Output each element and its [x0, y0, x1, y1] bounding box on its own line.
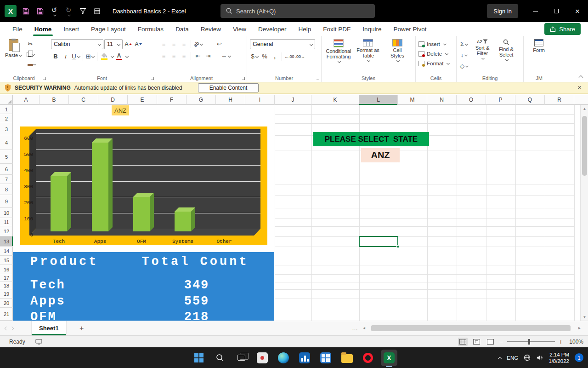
- clock[interactable]: 2:14 PM 1/8/2022: [548, 351, 569, 364]
- column-header-E[interactable]: E: [128, 95, 157, 105]
- decrease-decimal-button[interactable]: .00→: [295, 52, 305, 61]
- column-header-B[interactable]: B: [40, 95, 69, 105]
- zoom-slider[interactable]: [507, 341, 555, 342]
- row-header-9[interactable]: 9: [0, 195, 13, 208]
- scroll-up-icon[interactable]: ▲: [581, 105, 588, 112]
- active-cell-selection[interactable]: [359, 236, 398, 247]
- row-header-2[interactable]: 2: [0, 114, 13, 123]
- excel-taskbar-button[interactable]: [381, 350, 397, 366]
- taskbar-search-button[interactable]: [212, 350, 228, 366]
- column-header-O[interactable]: O: [457, 95, 486, 105]
- enable-content-button[interactable]: Enable Content: [198, 83, 259, 92]
- column-header-F[interactable]: F: [157, 95, 187, 105]
- grow-font-button[interactable]: A: [124, 40, 133, 49]
- column-header-H[interactable]: H: [216, 95, 245, 105]
- save-button[interactable]: [21, 6, 31, 16]
- column-header-R[interactable]: R: [545, 95, 574, 105]
- italic-button[interactable]: I: [61, 52, 70, 61]
- row-header-13[interactable]: 13: [0, 236, 13, 247]
- column-header-N[interactable]: N: [427, 95, 457, 105]
- row-header-1[interactable]: 1: [0, 105, 13, 114]
- tab-file[interactable]: File: [6, 22, 28, 36]
- row-header-19[interactable]: 19: [0, 289, 13, 299]
- number-format-select[interactable]: General: [250, 39, 315, 49]
- scroll-left-icon[interactable]: ◂: [363, 325, 365, 330]
- tab-developer[interactable]: Developer: [252, 22, 293, 36]
- column-header-J[interactable]: J: [275, 95, 311, 105]
- decrease-indent-button[interactable]: ⇤: [193, 51, 203, 61]
- font-size-select[interactable]: 11: [104, 39, 123, 49]
- redo-button[interactable]: ↻: [63, 6, 74, 16]
- collapse-ribbon-icon[interactable]: [579, 75, 583, 80]
- align-bottom-button[interactable]: ≡: [179, 39, 188, 49]
- zoom-out-button[interactable]: −: [499, 338, 503, 345]
- font-dialog-launcher[interactable]: [151, 77, 154, 80]
- column-header-M[interactable]: M: [398, 95, 427, 105]
- opera-button[interactable]: [360, 350, 376, 366]
- column-header-L[interactable]: L: [359, 95, 398, 105]
- tab-view[interactable]: View: [227, 22, 252, 36]
- tab-data[interactable]: Data: [170, 22, 195, 36]
- font-name-select[interactable]: Calibri: [51, 39, 103, 49]
- increase-decimal-button[interactable]: ←.00: [284, 52, 294, 61]
- share-button[interactable]: Share: [544, 23, 581, 35]
- horizontal-scrollbar[interactable]: ◂ ▸: [363, 324, 584, 333]
- search-box[interactable]: Search (Alt+Q): [220, 4, 375, 18]
- filter-button[interactable]: [78, 6, 88, 16]
- format-cells-button[interactable]: Format: [418, 58, 449, 68]
- tab-help[interactable]: Help: [293, 22, 317, 36]
- maximize-button[interactable]: [546, 0, 567, 22]
- security-bar-close-button[interactable]: ×: [577, 83, 582, 91]
- column-header-A[interactable]: A: [13, 95, 40, 105]
- taskbar-app-button-2[interactable]: [296, 350, 313, 366]
- align-center-button[interactable]: ≡: [169, 51, 178, 61]
- delete-cells-button[interactable]: Delete: [418, 49, 448, 58]
- row-header-5[interactable]: 5: [0, 150, 13, 164]
- column-header-C[interactable]: C: [69, 95, 98, 105]
- vertical-scrollbar[interactable]: ▲ ▼: [580, 105, 588, 321]
- save-as-button[interactable]: [35, 6, 45, 16]
- horizontal-scroll-thumb[interactable]: [371, 325, 571, 331]
- number-dialog-launcher[interactable]: [317, 77, 319, 80]
- zoom-level[interactable]: 100%: [567, 339, 583, 345]
- zoom-slider-thumb[interactable]: [528, 339, 530, 345]
- quick-access-button[interactable]: [92, 6, 102, 16]
- accessibility-icon[interactable]: [35, 339, 42, 345]
- cell-d1[interactable]: ANZ: [112, 105, 129, 115]
- fill-handle[interactable]: [396, 245, 399, 248]
- merge-center-button[interactable]: ⇔: [221, 51, 231, 61]
- vertical-scroll-thumb[interactable]: [582, 116, 587, 176]
- row-header-21[interactable]: 21: [0, 308, 13, 321]
- cell-styles-button[interactable]: Cell Styles: [383, 39, 412, 74]
- column-header-I[interactable]: I: [245, 95, 275, 105]
- format-painter-button[interactable]: [26, 60, 35, 70]
- row-header-7[interactable]: 7: [0, 175, 13, 184]
- network-globe-icon[interactable]: [524, 354, 531, 361]
- format-as-table-button[interactable]: Format as Table: [354, 39, 382, 74]
- tray-expand-icon[interactable]: [498, 354, 501, 362]
- scroll-right-icon[interactable]: ▸: [578, 325, 581, 330]
- comma-style-button[interactable]: ,: [270, 52, 279, 61]
- language-indicator[interactable]: ENG: [507, 355, 518, 361]
- bold-button[interactable]: B: [51, 52, 60, 61]
- chart-bar-tech[interactable]: [51, 176, 67, 231]
- cut-button[interactable]: ✂: [26, 39, 35, 49]
- tab-review[interactable]: Review: [195, 22, 227, 36]
- cell-grid[interactable]: ANZ 0100200300400500600TechAppsOFMSystem…: [0, 105, 588, 321]
- page-break-view-button[interactable]: [486, 338, 495, 346]
- column-header-K[interactable]: K: [311, 95, 359, 105]
- taskbar-app-button-3[interactable]: [317, 350, 334, 366]
- taskbar-app-button-1[interactable]: [254, 350, 271, 366]
- align-left-button[interactable]: ≡: [159, 51, 168, 61]
- column-header-G[interactable]: G: [187, 95, 216, 105]
- undo-button[interactable]: ↺: [49, 6, 59, 16]
- increase-indent-button[interactable]: ⇥: [204, 51, 213, 61]
- paste-button[interactable]: Paste: [3, 39, 24, 70]
- row-header-18[interactable]: 18: [0, 282, 13, 289]
- conditional-formatting-button[interactable]: Conditional Formatting: [324, 39, 353, 74]
- form-button[interactable]: Form: [526, 39, 551, 53]
- accounting-format-button[interactable]: $: [250, 52, 259, 61]
- row-header-17[interactable]: 17: [0, 274, 13, 282]
- clipboard-dialog-launcher[interactable]: [43, 77, 46, 80]
- file-explorer-button[interactable]: [339, 350, 355, 366]
